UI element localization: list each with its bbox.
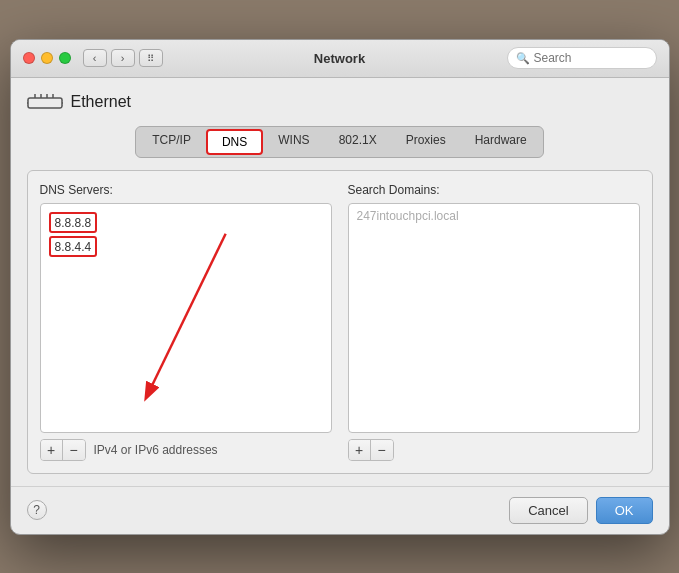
dns-hint: IPv4 or IPv6 addresses [94, 443, 218, 457]
tab-hardware[interactable]: Hardware [461, 129, 541, 155]
section-header: Ethernet [27, 90, 653, 114]
tabs-container: TCP/IP DNS WINS 802.1X Proxies Hardware [27, 126, 653, 158]
dns-servers-controls: + − IPv4 or IPv6 addresses [40, 439, 332, 461]
dns-servers-column: DNS Servers: 8.8.8.8 8.8.4.4 [40, 183, 332, 461]
tab-wins[interactable]: WINS [264, 129, 323, 155]
search-domains-label: Search Domains: [348, 183, 640, 197]
domains-add-button[interactable]: + [349, 440, 371, 460]
dns-servers-list[interactable]: 8.8.8.8 8.8.4.4 [40, 203, 332, 433]
domains-remove-button[interactable]: − [371, 440, 393, 460]
forward-button[interactable]: › [111, 49, 135, 67]
search-domains-column: Search Domains: 247intouchpci.local + − [348, 183, 640, 461]
search-domains-list[interactable]: 247intouchpci.local [348, 203, 640, 433]
dns-server-2: 8.8.4.4 [55, 240, 92, 254]
grid-button[interactable]: ⠿ [139, 49, 163, 67]
tab-dns[interactable]: DNS [206, 129, 263, 155]
search-domains-controls: + − [348, 439, 640, 461]
section-title: Ethernet [71, 93, 131, 111]
content-area: Ethernet TCP/IP DNS WINS 802.1X Proxies … [11, 78, 669, 486]
dns-servers-container: 8.8.8.8 8.8.4.4 [40, 203, 332, 433]
tab-8021x[interactable]: 802.1X [325, 129, 391, 155]
back-button[interactable]: ‹ [83, 49, 107, 67]
dns-plus-minus: + − [40, 439, 86, 461]
footer-buttons: Cancel OK [509, 497, 652, 524]
maximize-button[interactable] [59, 52, 71, 64]
dns-server-1: 8.8.8.8 [55, 216, 92, 230]
help-button[interactable]: ? [27, 500, 47, 520]
minimize-button[interactable] [41, 52, 53, 64]
footer: ? Cancel OK [11, 486, 669, 534]
network-window: ‹ › ⠿ Network 🔍 [10, 39, 670, 535]
tab-tcpip[interactable]: TCP/IP [138, 129, 205, 155]
cancel-button[interactable]: Cancel [509, 497, 587, 524]
columns: DNS Servers: 8.8.8.8 8.8.4.4 [40, 183, 640, 461]
ok-button[interactable]: OK [596, 497, 653, 524]
dns-remove-button[interactable]: − [63, 440, 85, 460]
close-button[interactable] [23, 52, 35, 64]
tabs: TCP/IP DNS WINS 802.1X Proxies Hardware [135, 126, 543, 158]
search-input[interactable] [534, 51, 648, 65]
svg-rect-0 [28, 98, 62, 108]
traffic-lights [23, 52, 71, 64]
dns-servers-label: DNS Servers: [40, 183, 332, 197]
titlebar: ‹ › ⠿ Network 🔍 [11, 40, 669, 78]
search-icon: 🔍 [516, 52, 530, 65]
tab-proxies[interactable]: Proxies [392, 129, 460, 155]
nav-buttons: ‹ › [83, 49, 135, 67]
search-box[interactable]: 🔍 [507, 47, 657, 69]
search-domains-placeholder: 247intouchpci.local [353, 205, 463, 227]
ethernet-icon [27, 90, 63, 114]
dns-add-button[interactable]: + [41, 440, 63, 460]
domains-plus-minus: + − [348, 439, 394, 461]
window-title: Network [314, 51, 365, 66]
main-panel: DNS Servers: 8.8.8.8 8.8.4.4 [27, 170, 653, 474]
